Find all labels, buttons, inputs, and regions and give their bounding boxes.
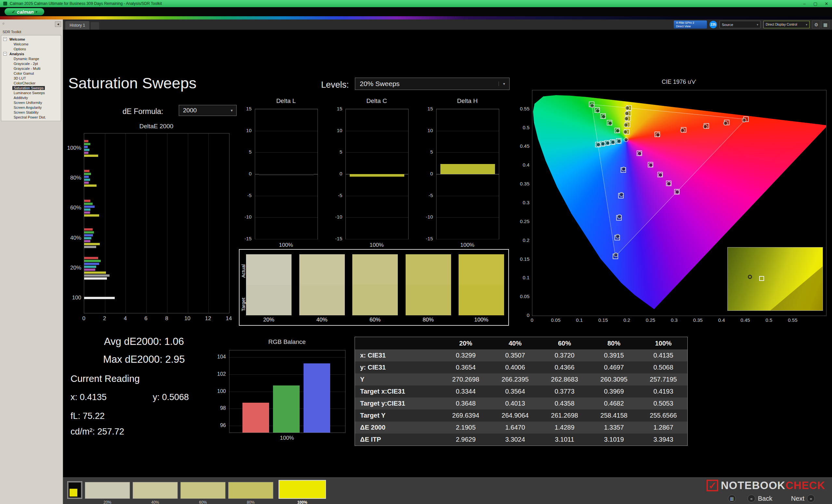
minimize-button[interactable]: – — [799, 1, 810, 6]
filmstrip-tile-40%[interactable] — [133, 482, 178, 499]
close-button[interactable]: ✕ — [821, 1, 832, 6]
gamut-triangle — [592, 104, 746, 256]
y-axis-tick-label: 0.05 — [506, 293, 529, 299]
sidebar-item-dynamic-range[interactable]: Dynamic Range — [1, 56, 61, 61]
de-formula-dropdown-value: 2000 — [179, 107, 197, 114]
maximize-button[interactable]: ▢ — [810, 1, 821, 6]
table-cell: 0.4013 — [490, 397, 540, 410]
measurement-marker — [656, 133, 660, 137]
sidebar-item-screen-angularity[interactable]: Screen Angularity — [1, 105, 61, 110]
table-cell: 0.4193 — [639, 386, 688, 397]
x-axis-label: 100% — [255, 242, 317, 248]
sidebar-item-options[interactable]: Options — [1, 47, 61, 51]
de-formula-dropdown[interactable]: 2000 ▾ — [179, 105, 237, 116]
sidebar-collapse-button[interactable]: ◀ — [55, 22, 61, 27]
tab-stub[interactable] — [91, 22, 99, 30]
gridline — [255, 217, 317, 218]
sidebar-item-screen-stability[interactable]: Screen Stability — [1, 110, 61, 115]
gridline — [437, 109, 499, 109]
filmstrip-tile-80%[interactable] — [228, 482, 273, 499]
sidebar-item-welcome[interactable]: Welcome — [1, 41, 61, 47]
sidebar-item-colorchecker[interactable]: ColorChecker — [1, 81, 61, 85]
sidebar-item-label: Welcome — [8, 37, 26, 41]
y-axis-tick-label: 0 — [410, 171, 433, 176]
measurement-marker — [614, 253, 618, 257]
sidebar-item-grayscale-2pt[interactable]: Grayscale - 2pt — [1, 61, 61, 66]
table-row: Target y:CIE310.36480.40130.43580.46820.… — [355, 397, 687, 410]
sidebar-item-color-gamut[interactable]: Color Gamut — [1, 71, 61, 76]
x-axis-tick-label: 0.55 — [784, 317, 801, 323]
sidebar-item-analysis[interactable]: −Analysis — [1, 51, 61, 56]
next-button[interactable]: Next » — [791, 495, 815, 502]
measurement-marker — [658, 173, 662, 177]
y-axis-tick-label: 60% — [58, 204, 81, 211]
back-button[interactable]: « Back — [748, 495, 772, 502]
de-bar-80%-green — [84, 173, 91, 175]
meter-status-badge[interactable]: 235 — [709, 21, 717, 28]
source-dropdown-value: Source — [722, 23, 733, 27]
gridline — [346, 217, 408, 218]
x-axis-tick-label: 6 — [139, 315, 152, 322]
y-axis-tick-label: -15 — [410, 236, 433, 241]
sidebar-item-label: Screen Stability — [12, 110, 40, 114]
gridline — [346, 196, 408, 196]
table-cell: 2.9629 — [441, 433, 490, 446]
table-row-label: y: CIE31 — [355, 361, 441, 373]
filmstrip-tile-100%[interactable] — [279, 480, 326, 499]
sidebar-item-welcome[interactable]: −Welcome — [1, 37, 61, 41]
swatch-label: 100% — [459, 317, 504, 323]
chart-title: Delta C — [345, 97, 408, 105]
delta-l-chart: Delta L151050-5-10-15100% — [229, 97, 322, 250]
sidebar-item-3d-lut[interactable]: 3D LUT — [1, 76, 61, 81]
table-row-label: ΔE 2000 — [355, 421, 441, 433]
sidebar-item-luminance-sweeps[interactable]: Luminance Sweeps — [1, 90, 61, 95]
filmstrip-tile-20%[interactable] — [85, 482, 130, 499]
measurement-marker — [625, 106, 629, 110]
measurement-marker — [624, 123, 628, 127]
layout-grid-button[interactable]: ▦ — [821, 21, 829, 29]
back-chevron-icon: « — [748, 495, 755, 502]
pin-icon[interactable]: ○ — [2, 22, 4, 25]
y-axis-tick-label: 0.2 — [506, 237, 529, 243]
display-control-dropdown[interactable]: Direct Display Control ▾ — [763, 21, 810, 28]
sidebar-item-label: Dynamic Range — [12, 57, 40, 61]
sidebar-item-screen-uniformity[interactable]: Screen Uniformity — [1, 100, 61, 105]
y-axis-tick-label: 100 — [58, 295, 81, 301]
measurement-marker — [611, 140, 615, 144]
table-cell: 0.4366 — [540, 361, 589, 373]
tree-expander-icon[interactable]: − — [3, 52, 7, 56]
sidebar-item-additivity[interactable]: Additivity — [1, 95, 61, 100]
meter-button[interactable]: X-Rite i1Pro 2 Direct View — [674, 21, 707, 29]
sidebar-item-grayscale-multi[interactable]: Grayscale - Multi — [1, 66, 61, 71]
delta-bar — [259, 174, 314, 175]
measurement-marker — [625, 111, 629, 115]
gridline — [255, 152, 317, 152]
gridline — [437, 196, 499, 196]
sidebar-item-spectral-power-dist-[interactable]: Spectral Power Dist. — [1, 115, 61, 119]
back-label: Back — [758, 495, 772, 502]
mini-plot — [436, 109, 499, 239]
table-row: ΔE 20002.19051.64701.42891.33571.2867 — [355, 421, 687, 433]
tab-history-1[interactable]: History 1 — [65, 21, 89, 30]
de-bar-60%-cyan — [84, 208, 90, 211]
filmstrip-tile-60%[interactable] — [180, 482, 226, 499]
window-tile-button[interactable]: ▥ — [728, 495, 736, 502]
sidebar-item-label: Spectral Power Dist. — [12, 115, 48, 119]
de-bar-40%-gray — [84, 246, 96, 248]
levels-dropdown[interactable]: 20% Sweeps ▾ — [355, 78, 510, 90]
settings-gear-button[interactable]: ⚙ — [812, 21, 820, 29]
table-header-cell — [355, 337, 441, 349]
sidebar-item-saturation-sweeps[interactable]: Saturation Sweeps — [1, 85, 61, 90]
next-chevron-icon: » — [807, 495, 815, 502]
source-dropdown[interactable]: Source ▾ — [720, 21, 760, 28]
calman-logo-button[interactable]: ✓ calman ▾ — [4, 8, 44, 15]
measurement-marker — [608, 121, 612, 125]
app-icon — [3, 2, 7, 5]
y-axis-tick-label: 20% — [58, 265, 81, 271]
tile-icon: ▥ — [728, 495, 736, 502]
tree-expander-icon[interactable]: − — [3, 37, 7, 41]
filmstrip-tile-cover[interactable] — [67, 481, 82, 499]
x-axis-label: 100% — [229, 435, 345, 441]
y-axis-tick-label: 0.3 — [506, 200, 529, 205]
table-header-cell: 60% — [540, 337, 589, 349]
